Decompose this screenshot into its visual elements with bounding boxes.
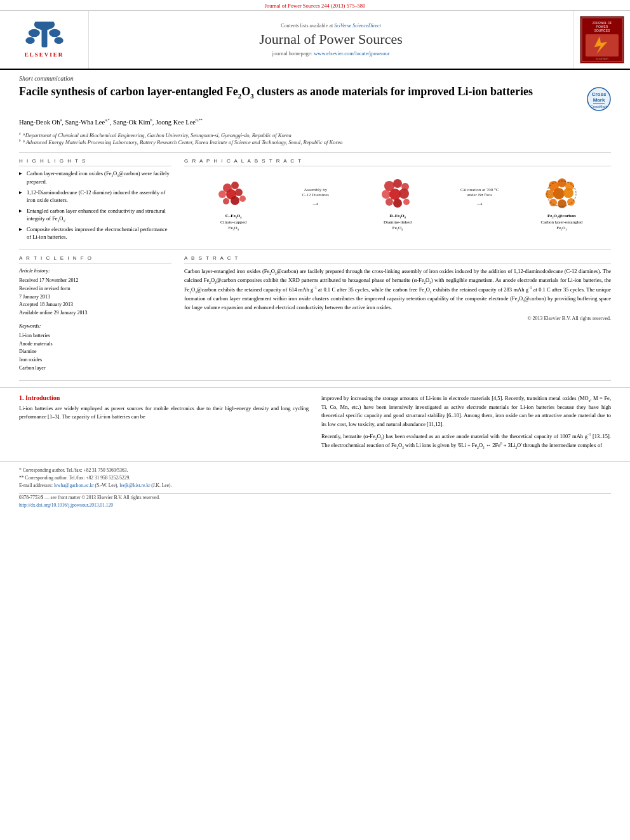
journal-cover-area: JOURNAL OF POWER SOURCES ELSEVIER bbox=[573, 11, 630, 69]
footer-email1-name: (S.-W. Lee), bbox=[95, 483, 119, 488]
highlights-heading: H I G H L I G H T S bbox=[19, 158, 171, 166]
journal-ref-text: Journal of Power Sources 244 (2013) 575–… bbox=[265, 3, 366, 9]
keyword-4: Iron oxides bbox=[19, 356, 171, 364]
ga-arrow-2-icon: → bbox=[475, 199, 484, 222]
ga-step-1: C–Fe3O4 Citrate-capped Fe3O4 bbox=[184, 177, 283, 232]
journal-homepage: journal homepage: www.elsevier.com/locat… bbox=[272, 50, 390, 57]
graphical-abstract-col: G R A P H I C A L A B S T R A C T bbox=[184, 158, 611, 244]
highlight-item-4: Composite electrodes improved the electr… bbox=[19, 226, 171, 241]
article-history-title: Article history: bbox=[19, 267, 171, 276]
page-wrapper: Journal of Power Sources 244 (2013) 575–… bbox=[0, 0, 630, 513]
authors-line: Hang-Deok Oha, Sang-Wha Leea,*, Sang-Ok … bbox=[19, 117, 611, 126]
svg-point-32 bbox=[399, 189, 409, 199]
article-info-abstract: A R T I C L E I N F O Article history: R… bbox=[0, 255, 630, 373]
svg-point-3 bbox=[49, 29, 60, 37]
header-center: Contents lists available at SciVerse Sci… bbox=[89, 11, 573, 69]
svg-point-25 bbox=[231, 196, 239, 205]
highlight-item-2: 1,12-Diaminododecane (C-12 diamine) indu… bbox=[19, 189, 171, 204]
abstract-heading: A B S T R A C T bbox=[184, 255, 611, 263]
homepage-link[interactable]: www.elsevier.com/locate/jpowsour bbox=[314, 50, 389, 57]
header-section: ELSEVIER Contents lists available at Sci… bbox=[0, 11, 630, 70]
sciverse-link[interactable]: SciVerse ScienceDirect bbox=[334, 23, 381, 29]
svg-point-5 bbox=[54, 37, 63, 44]
footer-corresponding-star: * Corresponding author. Tel./fax: +82 31… bbox=[19, 467, 611, 474]
keyword-1: Li-ion batteries bbox=[19, 332, 171, 340]
divider-1 bbox=[19, 152, 611, 153]
svg-text:Mark: Mark bbox=[593, 97, 605, 103]
svg-point-28 bbox=[393, 179, 402, 188]
svg-text:CrossMark: CrossMark bbox=[591, 105, 608, 109]
footer-corresponding-doublestar: ** Corresponding author. Tel./fax: +82 3… bbox=[19, 474, 611, 482]
journal-title-header: Journal of Power Sources bbox=[259, 31, 402, 48]
article-history: Article history: Received 17 November 20… bbox=[19, 267, 171, 317]
svg-point-43 bbox=[558, 199, 566, 208]
svg-point-1 bbox=[34, 22, 54, 30]
article-type-section: Short communication bbox=[0, 70, 630, 82]
highlights-graphical-section: H I G H L I G H T S Carbon layer-entangl… bbox=[0, 158, 630, 244]
svg-point-37 bbox=[558, 178, 566, 187]
svg-text:SOURCES: SOURCES bbox=[594, 29, 610, 32]
ga-arrow-1: Assembly byC-12 Diamines → bbox=[286, 187, 345, 222]
intro-right-text: improved by increasing the storage amoun… bbox=[321, 394, 611, 451]
svg-point-41 bbox=[563, 188, 573, 198]
ga-label-2: D–Fe3O4 Diamine-linked Fe3O4 bbox=[384, 213, 412, 232]
history-line-4: Accepted 18 January 2013 bbox=[19, 301, 171, 309]
footer-email2-name: (J.K. Lee). bbox=[151, 483, 171, 488]
intro-section-title: 1. Introduction bbox=[19, 394, 309, 401]
journal-ref-bar: Journal of Power Sources 244 (2013) 575–… bbox=[0, 0, 630, 11]
history-line-2: Received in revised form bbox=[19, 285, 171, 293]
svg-point-35 bbox=[403, 199, 410, 205]
affil-a: a ᵃ Department of Chemical and Biochemic… bbox=[19, 131, 611, 138]
divider-2 bbox=[19, 250, 611, 250]
footer-doi-link[interactable]: http://dx.doi.org/10.1016/j.jpowsour.201… bbox=[19, 502, 611, 509]
graphical-abstract-heading: G R A P H I C A L A B S T R A C T bbox=[184, 158, 611, 166]
ga-label-3: Fe2O3@carbon Carbon layer-entangled Fe2O… bbox=[540, 213, 582, 232]
svg-point-2 bbox=[28, 29, 39, 37]
elsevier-label: ELSEVIER bbox=[25, 51, 64, 58]
footer-issn-line: 0378-7753/$ — see front matter © 2013 El… bbox=[19, 494, 611, 502]
ga-cluster-3-icon bbox=[544, 177, 579, 211]
svg-point-24 bbox=[223, 198, 229, 204]
keywords-title: Keywords: bbox=[19, 323, 171, 331]
intro-left-text: Li-ion batteries are widely employed as … bbox=[19, 404, 309, 421]
ga-step-3: Fe2O3@carbon Carbon layer-entangled Fe2O… bbox=[513, 177, 611, 232]
keyword-2: Anode materials bbox=[19, 340, 171, 349]
svg-point-26 bbox=[239, 196, 246, 202]
svg-point-23 bbox=[235, 189, 243, 196]
article-info-col: A R T I C L E I N F O Article history: R… bbox=[19, 255, 171, 373]
article-title-section: Facile synthesis of carbon layer-entangl… bbox=[0, 82, 630, 115]
footer-email2-link[interactable]: leejk@kist.re.kr bbox=[119, 483, 150, 488]
footer-email-line: E-mail addresses: lswha@gachon.ac.kr (S.… bbox=[19, 482, 611, 490]
divider-3 bbox=[19, 380, 611, 381]
crossmark-badge: Cross Mark CrossMark bbox=[587, 87, 611, 111]
highlights-col: H I G H L I G H T S Carbon layer-entangl… bbox=[19, 158, 171, 244]
main-body: 1. Introduction Li-ion batteries are wid… bbox=[0, 387, 630, 455]
ga-arrow-2: Calcination at 700 °Cunder N₂ flow → bbox=[450, 187, 509, 222]
ga-step-2: D–Fe3O4 Diamine-linked Fe3O4 bbox=[348, 177, 446, 232]
keywords-section: Keywords: Li-ion batteries Anode materia… bbox=[19, 323, 171, 373]
journal-cover-thumbnail: JOURNAL OF POWER SOURCES ELSEVIER bbox=[580, 16, 624, 63]
highlights-list: Carbon layer-entangled iron oxides (Fe2O… bbox=[19, 170, 171, 241]
authors-section: Hang-Deok Oha, Sang-Wha Leea,*, Sang-Ok … bbox=[0, 115, 630, 130]
footer-email1-link[interactable]: lswha@gachon.ac.kr bbox=[54, 483, 94, 488]
graphical-abstract-diagram: C–Fe3O4 Citrate-capped Fe3O4 Assembly by… bbox=[184, 170, 611, 238]
affil-b: b ᵇ Advanced Energy Materials Processing… bbox=[19, 138, 611, 145]
footer-section: * Corresponding author. Tel./fax: +82 31… bbox=[0, 461, 630, 513]
svg-point-4 bbox=[25, 37, 34, 44]
footer-email-label: E-mail addresses: bbox=[19, 483, 53, 488]
svg-point-40 bbox=[553, 188, 565, 199]
history-line-3: 7 January 2013 bbox=[19, 293, 171, 302]
article-info-heading: A R T I C L E I N F O bbox=[19, 255, 171, 263]
svg-point-30 bbox=[382, 190, 391, 199]
ga-cluster-1-icon bbox=[216, 177, 251, 211]
elsevier-logo-area: ELSEVIER bbox=[0, 11, 89, 69]
body-left-col: 1. Introduction Li-ion batteries are wid… bbox=[19, 394, 309, 455]
keyword-5: Carbon layer bbox=[19, 364, 171, 373]
keyword-3: Diamine bbox=[19, 348, 171, 356]
history-line-1: Received 17 November 2012 bbox=[19, 277, 171, 285]
highlight-item-3: Entangled carbon layer enhanced the cond… bbox=[19, 208, 171, 223]
svg-point-34 bbox=[393, 199, 402, 208]
article-title: Facile synthesis of carbon layer-entangl… bbox=[19, 84, 587, 100]
ga-label-1: C–Fe3O4 Citrate-capped Fe3O4 bbox=[220, 213, 246, 232]
highlight-item-1: Carbon layer-entangled iron oxides (Fe2O… bbox=[19, 170, 171, 186]
